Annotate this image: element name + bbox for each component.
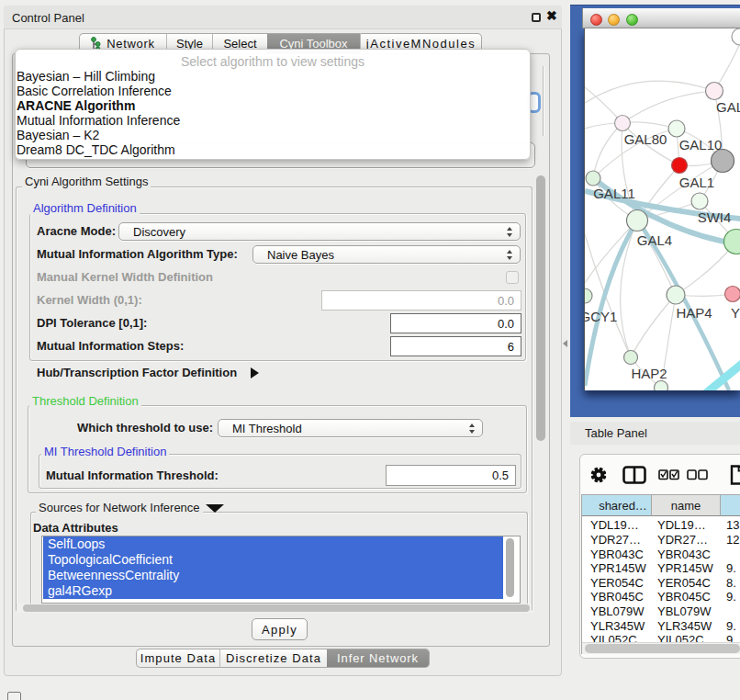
svg-text:SWI4: SWI4 — [698, 209, 732, 225]
svg-text:HAP4: HAP4 — [676, 305, 712, 321]
svg-text:GAL4: GAL4 — [637, 232, 672, 248]
svg-text:GCY1: GCY1 — [585, 309, 617, 324]
svg-text:GAL7: GAL7 — [716, 99, 740, 115]
svg-text:GAL1: GAL1 — [679, 175, 714, 190]
svg-text:HAP2: HAP2 — [631, 366, 667, 381]
svg-text:GAL10: GAL10 — [679, 137, 723, 152]
svg-text:GAL80: GAL80 — [624, 131, 667, 147]
svg-text:Y: Y — [731, 305, 740, 321]
svg-text:GAL11: GAL11 — [593, 186, 635, 201]
